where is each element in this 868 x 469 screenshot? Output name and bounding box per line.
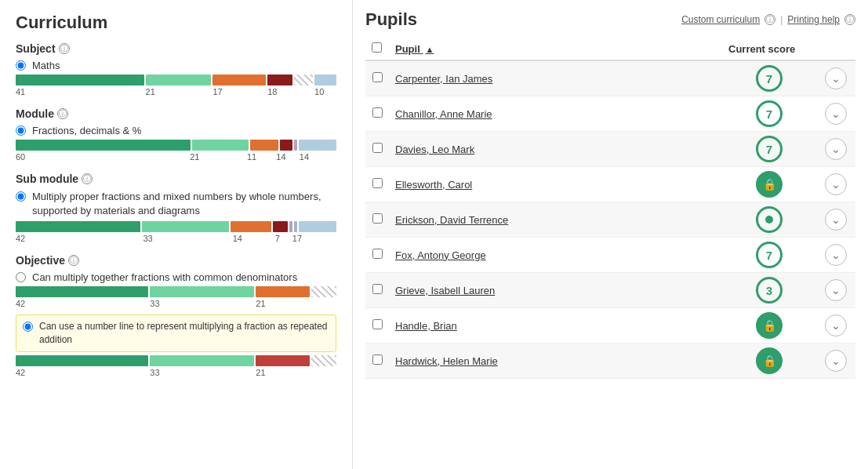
objective-2-radio[interactable] bbox=[23, 322, 33, 332]
submodule-radio-label[interactable]: Multiply proper fractions and mixed numb… bbox=[16, 190, 336, 218]
pupil-name-cell: Davies, Leo Mark bbox=[389, 132, 722, 167]
printing-help-link[interactable]: Printing help bbox=[787, 14, 840, 25]
module-radio[interactable] bbox=[16, 125, 26, 136]
bar-seg-5 bbox=[294, 75, 313, 85]
row-checkbox[interactable] bbox=[372, 213, 383, 224]
sub-label-3: 14 bbox=[233, 234, 274, 243]
mod-bar-4 bbox=[280, 140, 292, 151]
obj1-label-4 bbox=[311, 299, 336, 308]
sub-label-5: 17 bbox=[292, 234, 336, 243]
objective-info-icon[interactable]: ⓘ bbox=[68, 255, 79, 266]
pupil-name-link[interactable]: Handle, Brian bbox=[395, 320, 457, 332]
score-number-circle: 7 bbox=[756, 242, 783, 268]
expand-button[interactable]: ⌄ bbox=[825, 103, 847, 125]
objective-2-highlight[interactable]: Can use a number line to represent multi… bbox=[16, 314, 336, 352]
obj2-bar-2 bbox=[150, 355, 254, 366]
obj2-label-4 bbox=[311, 368, 336, 377]
sub-bar-6 bbox=[294, 221, 297, 232]
custom-curriculum-info-icon[interactable]: ⓘ bbox=[764, 14, 775, 25]
mod-label-3: 11 bbox=[247, 152, 274, 162]
pupil-name-link[interactable]: Ellesworth, Carol bbox=[395, 179, 472, 191]
expand-button[interactable]: ⌄ bbox=[825, 173, 847, 195]
submodule-info-icon[interactable]: ⓘ bbox=[82, 173, 93, 184]
score-lock-circle: 🔒 bbox=[756, 171, 783, 198]
expand-cell: ⌄ bbox=[816, 273, 855, 308]
obj1-bar-2 bbox=[150, 286, 254, 297]
submodule-bar-track bbox=[16, 221, 336, 232]
pupil-name-link[interactable]: Davies, Leo Mark bbox=[395, 144, 474, 155]
sub-bar-7 bbox=[299, 221, 336, 232]
subject-bar-labels: 41 21 17 18 10 bbox=[16, 87, 336, 96]
sub-bar-5 bbox=[289, 221, 292, 232]
expand-button[interactable]: ⌄ bbox=[825, 314, 847, 336]
bar-seg-2 bbox=[146, 75, 212, 85]
row-checkbox[interactable] bbox=[372, 354, 383, 365]
subject-radio[interactable] bbox=[16, 60, 26, 71]
expand-button[interactable]: ⌄ bbox=[825, 244, 847, 266]
mod-label-4: 14 bbox=[276, 152, 298, 162]
row-checkbox[interactable] bbox=[372, 284, 383, 294]
mod-bar-5 bbox=[294, 140, 297, 151]
sub-bar-1 bbox=[16, 221, 140, 232]
obj1-bar-track bbox=[16, 286, 336, 297]
custom-curriculum-link[interactable]: Custom curriculum bbox=[681, 14, 760, 25]
expand-button[interactable]: ⌄ bbox=[825, 209, 847, 231]
obj1-label-1: 42 bbox=[16, 299, 148, 308]
obj1-label-3: 21 bbox=[256, 299, 310, 308]
th-pupil[interactable]: Pupil ▲ bbox=[389, 38, 722, 60]
expand-button[interactable]: ⌄ bbox=[825, 67, 847, 89]
objective-1-label[interactable]: Can multiply together fractions with com… bbox=[16, 271, 336, 283]
subject-info-icon[interactable]: ⓘ bbox=[59, 43, 70, 54]
objective-1-radio[interactable] bbox=[16, 272, 26, 282]
pupil-name-link[interactable]: Chanillor, Anne Marie bbox=[395, 108, 492, 120]
sub-label-4: 7 bbox=[275, 234, 291, 243]
row-checkbox[interactable] bbox=[372, 249, 383, 259]
row-checkbox[interactable] bbox=[372, 319, 383, 329]
link-divider: | bbox=[780, 14, 783, 25]
bar-label-5 bbox=[294, 87, 313, 96]
expand-button[interactable]: ⌄ bbox=[825, 279, 847, 301]
expand-cell: ⌄ bbox=[816, 132, 855, 167]
pupil-name-link[interactable]: Hardwick, Helen Marie bbox=[395, 355, 498, 367]
module-bar-track bbox=[16, 140, 336, 151]
th-checkbox[interactable] bbox=[365, 38, 389, 60]
module-section: Module ⓘ Fractions, decimals & % 60 21 1… bbox=[16, 107, 336, 162]
obj2-bar-container: 42 33 21 bbox=[16, 355, 336, 377]
pupil-name-cell: Grieve, Isabell Lauren bbox=[389, 273, 722, 308]
row-checkbox[interactable] bbox=[372, 178, 383, 188]
expand-cell: ⌄ bbox=[816, 167, 855, 202]
row-checkbox[interactable] bbox=[372, 72, 383, 82]
obj2-bar-labels: 42 33 21 bbox=[16, 368, 336, 377]
pupil-name-link[interactable]: Erickson, David Terrence bbox=[395, 214, 508, 226]
obj2-label-2: 33 bbox=[150, 368, 254, 377]
pupil-score-cell: 7 bbox=[722, 96, 816, 132]
table-header-row: Pupil ▲ Current score bbox=[365, 38, 855, 60]
row-checkbox[interactable] bbox=[372, 107, 383, 118]
pupil-name-link[interactable]: Carpenter, Ian James bbox=[395, 73, 492, 85]
bar-seg-6 bbox=[314, 75, 336, 85]
expand-cell: ⌄ bbox=[816, 308, 855, 344]
pupil-score-cell: 7 bbox=[722, 238, 816, 273]
row-checkbox-cell bbox=[365, 132, 389, 167]
module-radio-label[interactable]: Fractions, decimals & % bbox=[16, 125, 336, 136]
table-row: Carpenter, Ian James7⌄ bbox=[365, 60, 855, 96]
expand-cell: ⌄ bbox=[816, 344, 855, 379]
bar-seg-4 bbox=[267, 75, 292, 85]
subject-heading: Subject ⓘ bbox=[16, 42, 336, 55]
subject-radio-label[interactable]: Maths bbox=[16, 60, 336, 71]
printing-help-info-icon[interactable]: ⓘ bbox=[844, 14, 855, 25]
mod-label-1: 60 bbox=[16, 152, 188, 162]
pupil-name-link[interactable]: Grieve, Isabell Lauren bbox=[395, 285, 495, 296]
select-all-checkbox[interactable] bbox=[372, 42, 382, 53]
obj1-bar-3 bbox=[256, 286, 310, 297]
expand-button[interactable]: ⌄ bbox=[825, 350, 847, 372]
table-row: Fox, Antony George7⌄ bbox=[365, 238, 855, 273]
module-info-icon[interactable]: ⓘ bbox=[57, 108, 68, 119]
table-row: Ellesworth, Carol🔒⌄ bbox=[365, 167, 855, 202]
submodule-radio[interactable] bbox=[16, 191, 26, 202]
row-checkbox[interactable] bbox=[372, 143, 383, 153]
row-checkbox-cell bbox=[365, 167, 389, 202]
pupil-name-link[interactable]: Fox, Antony George bbox=[395, 249, 486, 261]
expand-button[interactable]: ⌄ bbox=[825, 138, 847, 160]
score-number-circle: 7 bbox=[756, 65, 783, 92]
